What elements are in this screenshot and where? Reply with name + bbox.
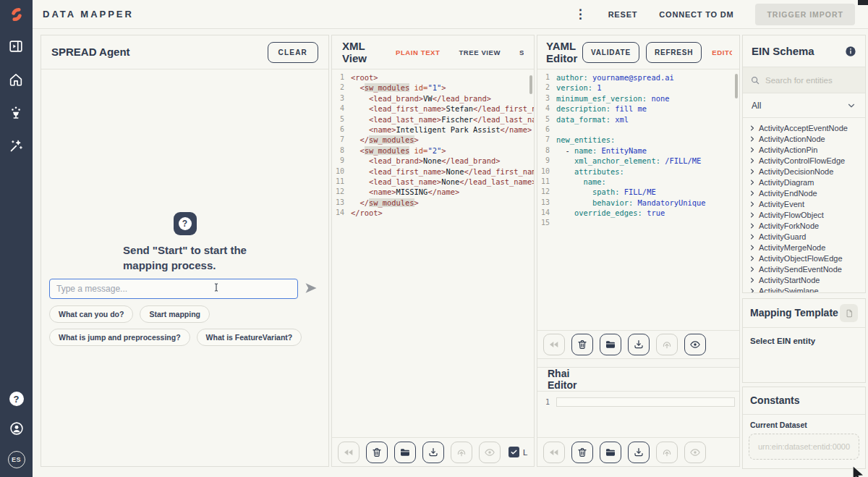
entity-item[interactable]: ActivityAcceptEventNode: [749, 122, 865, 133]
code-line: 5data_format: xml: [537, 114, 739, 124]
xml-scrollbar[interactable]: [529, 75, 532, 94]
live-checkbox[interactable]: [509, 447, 519, 457]
code-line: 8 <sw_modules id="2">: [332, 145, 534, 156]
entity-item[interactable]: ActivityObjectFlowEdge: [749, 253, 865, 263]
connect-to-dm-button[interactable]: CONNECT TO DM: [659, 10, 733, 19]
tab-tree-view[interactable]: TREE VIEW: [459, 48, 501, 59]
entity-label: ActivityDiagram: [759, 178, 814, 187]
download-button[interactable]: [628, 334, 650, 355]
validate-button[interactable]: VALIDATE: [582, 42, 639, 63]
mapping-template-panel: Mapping Template Select EIN entity: [742, 298, 866, 383]
chevron-right-icon: [749, 211, 756, 219]
entity-label: ActivityActionPin: [759, 145, 817, 154]
rewind-icon: [548, 447, 560, 458]
upload-icon: [456, 447, 467, 458]
chevron-right-icon: [749, 277, 756, 284]
trash-button[interactable]: [366, 442, 388, 463]
mouse-cursor: [851, 465, 867, 477]
entity-item[interactable]: ActivityMergeNode: [749, 242, 865, 253]
chevron-right-icon: [749, 157, 756, 164]
entity-item[interactable]: ActivityDiagram: [749, 177, 865, 187]
folder-button[interactable]: [600, 442, 621, 463]
download-button[interactable]: [422, 442, 444, 463]
entity-item[interactable]: ActivityEvent: [749, 198, 865, 209]
ein-schema-title: EIN Schema: [752, 45, 814, 57]
send-icon[interactable]: [304, 281, 320, 297]
entity-label: ActivitySendEventNode: [759, 265, 842, 274]
entity-item[interactable]: ActivityForkNode: [749, 220, 865, 231]
filter-value: All: [752, 101, 761, 111]
account-icon[interactable]: [9, 421, 25, 436]
entity-item[interactable]: ActivitySwimlane: [749, 285, 865, 292]
folder-button[interactable]: [600, 334, 621, 355]
suggestion-chip[interactable]: Start mapping: [140, 305, 210, 323]
reset-button[interactable]: RESET: [608, 10, 638, 19]
rewind-icon: [343, 447, 354, 458]
entity-list: ActivityAcceptEventNodeActivityActionNod…: [743, 118, 865, 292]
eye-button[interactable]: [684, 334, 706, 355]
entity-label: ActivityStartNode: [759, 276, 820, 284]
entity-item[interactable]: ActivityActionPin: [749, 144, 865, 155]
spread-logo-icon[interactable]: [6, 4, 27, 25]
yaml-code-editor[interactable]: 1author: yourname@spread.ai2version: 13m…: [537, 69, 739, 330]
xml-code-editor[interactable]: 1<root>2 <sw_modules id="1">3 <lead_bran…: [332, 69, 534, 437]
download-button[interactable]: [628, 442, 650, 463]
entity-item[interactable]: ActivityActionNode: [749, 133, 865, 144]
trash-icon: [576, 339, 588, 350]
entity-filter-dropdown[interactable]: All: [743, 93, 865, 118]
entity-search-input[interactable]: [765, 76, 858, 85]
constants-panel: Constants Current Dataset: [742, 387, 866, 469]
tab-spath-eva[interactable]: SPATH EVA: [519, 48, 524, 59]
refresh-button[interactable]: REFRESH: [646, 42, 702, 63]
code-line: 7new_entities:: [537, 135, 739, 145]
clear-button[interactable]: CLEAR: [268, 42, 318, 63]
rhai-empty-line[interactable]: [556, 397, 735, 407]
chevron-right-icon: [749, 179, 756, 186]
flow-icon[interactable]: [8, 105, 25, 122]
code-line: 12 <name>MISSING</name>: [332, 187, 534, 197]
suggestion-chip[interactable]: What can you do?: [49, 305, 133, 323]
yaml-scrollbar[interactable]: [735, 74, 738, 98]
entity-item[interactable]: ActivitySendEventNode: [749, 263, 865, 274]
folder-button[interactable]: [394, 442, 416, 463]
rhai-code-editor[interactable]: 1: [537, 392, 739, 437]
entity-item[interactable]: ActivityControlFlowEdge: [749, 155, 865, 166]
code-line: 9 xml_anchor_element: /FILL/ME: [537, 156, 739, 166]
download-icon: [633, 339, 644, 350]
entity-label: ActivitySwimlane: [759, 287, 819, 293]
suggestion-chip[interactable]: What is FeatureVariant?: [197, 329, 302, 346]
sidebar-nav: [8, 38, 25, 156]
panel-divider: [537, 359, 739, 367]
left-sidebar: ? ES: [0, 0, 33, 477]
panel-icon[interactable]: [8, 38, 25, 56]
entity-item[interactable]: ActivityFlowObject: [749, 209, 865, 220]
help-icon[interactable]: ?: [9, 392, 24, 406]
yaml-panel-title: YAML Editor: [546, 40, 581, 65]
tab-editor[interactable]: EDITOR: [712, 48, 732, 59]
kebab-menu-icon[interactable]: ⋮: [574, 8, 587, 20]
entity-item[interactable]: ActivityStartNode: [749, 274, 865, 285]
info-icon[interactable]: [845, 46, 856, 57]
message-input[interactable]: [50, 284, 297, 294]
code-line: 3 <lead_brand>VW</lead_brand>: [332, 93, 534, 104]
trash-button[interactable]: [571, 334, 593, 355]
entity-label: ActivityGuard: [759, 232, 806, 241]
code-line: 8 - name: EntityName: [537, 145, 739, 156]
spread-agent-panel: SPREAD Agent CLEAR ? Send "Start" to sta…: [41, 35, 329, 467]
copy-template-icon: [840, 304, 858, 322]
entity-item[interactable]: ActivityDecisionNode: [749, 166, 865, 177]
yaml-tabs: EDITORVA: [712, 46, 732, 59]
suggestion-chip[interactable]: What is jump and preprocessing?: [49, 329, 190, 346]
code-line: 10 attributes:: [537, 166, 739, 177]
code-line: 4description: fill me: [537, 104, 739, 114]
entity-item[interactable]: ActivityEndNode: [749, 187, 865, 198]
search-icon: [750, 75, 760, 85]
tab-plain-text[interactable]: PLAIN TEXT: [396, 48, 440, 59]
entity-item[interactable]: ActivityGuard: [749, 231, 865, 242]
rhai-line-number: 1: [537, 398, 556, 406]
user-avatar[interactable]: ES: [8, 451, 25, 468]
trash-button[interactable]: [571, 442, 593, 463]
entity-label: ActivityEndNode: [759, 189, 817, 198]
home-icon[interactable]: [8, 72, 25, 89]
wand-icon[interactable]: [8, 138, 25, 156]
